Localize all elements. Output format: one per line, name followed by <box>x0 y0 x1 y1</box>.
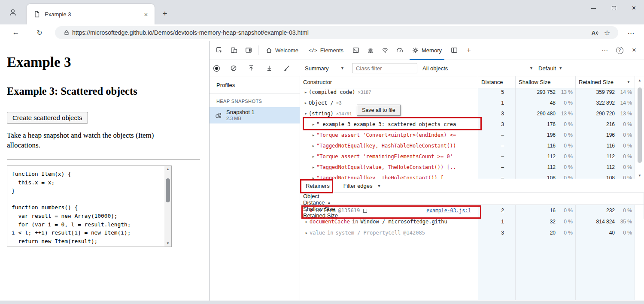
heap-grid-row[interactable]: ▸"TaggedNotEqual(key, TheHoleConstant())… <box>300 172 644 179</box>
reveal-object-icon[interactable] <box>363 209 367 213</box>
expander-icon[interactable]: ▸ <box>310 122 316 126</box>
load-profile-button[interactable] <box>245 62 257 74</box>
window-controls: × <box>583 0 644 16</box>
expander-icon[interactable]: ▸ <box>304 220 310 224</box>
retainers-grid-header: Object Distance▲ Shallow Size Retained S… <box>300 193 644 205</box>
source-link[interactable]: example-03.js:1 <box>426 208 471 214</box>
chevron-down-icon: ▼ <box>529 66 533 70</box>
view-select[interactable]: Default ▼ <box>538 63 574 73</box>
refresh-button[interactable]: ↻ <box>33 26 46 39</box>
constructor-grid-header: Constructor Distance Shallow Size Retain… <box>300 76 644 88</box>
heap-grid-row[interactable]: ▾(string)×14791 3 290 48013 % 290 72013 … <box>300 108 644 119</box>
scrollbar-thumb[interactable] <box>638 87 642 163</box>
tab-welcome[interactable]: Welcome <box>261 41 304 60</box>
code-scrollbar[interactable]: ▲ ▼ <box>164 166 171 247</box>
sound-waves-icon <box>596 30 598 36</box>
window-close-button[interactable]: × <box>624 0 644 16</box>
browser-menu-button[interactable]: ⋯ <box>625 27 637 39</box>
column-header-object[interactable]: Object <box>300 193 644 199</box>
divider <box>7 160 200 160</box>
gauge-icon <box>396 47 403 54</box>
expander-icon[interactable]: ▾ <box>303 111 309 116</box>
maximize-button[interactable] <box>604 0 624 16</box>
tab-close-button[interactable]: × <box>142 10 150 18</box>
column-header-distance[interactable]: Distance <box>478 76 516 88</box>
heap-grid-row[interactable]: ▸"Torque assert 'Convert<uintptr>(endInd… <box>300 129 644 140</box>
inspect-element-button[interactable] <box>212 43 227 57</box>
expander-icon[interactable]: ▾ <box>304 208 310 213</box>
tab-strip: Example 3 × + × <box>0 0 644 24</box>
devtools-more-button[interactable]: ⋯ <box>598 43 612 57</box>
url-field[interactable]: https://microsoftedge.github.io/Demos/de… <box>55 26 618 39</box>
heap-grid-row-highlighted[interactable]: ▸" example 3 example 3: scattered object… <box>300 119 644 129</box>
browser-tab[interactable]: Example 3 × <box>27 4 155 24</box>
scroll-up-icon[interactable]: ▲ <box>636 77 643 83</box>
page-favicon <box>33 11 40 18</box>
heap-snapshot-view: Constructor Distance Shallow Size Retain… <box>300 76 644 300</box>
heap-grid-row[interactable]: ▸"TaggedNotEqual(key, HashTableHoleConst… <box>300 140 644 151</box>
clear-profiles-button[interactable] <box>228 62 240 74</box>
devtools-close-button[interactable]: × <box>627 43 641 57</box>
expander-icon[interactable]: ▸ <box>310 144 316 148</box>
column-header-shallow[interactable]: Shallow Size <box>516 76 576 88</box>
scroll-down-icon[interactable]: ▼ <box>164 240 171 247</box>
expander-icon[interactable]: ▸ <box>303 90 309 94</box>
heap-grid-row[interactable]: ▸(compiled code)×3187 5 293 75213 % 359 … <box>300 88 644 97</box>
expander-icon[interactable]: ▸ <box>310 154 316 159</box>
heap-grid-row[interactable]: ▸"TaggedNotEqual(value, TheHoleConstant(… <box>300 162 644 172</box>
expander-icon[interactable]: ▸ <box>304 231 310 235</box>
expander-icon[interactable]: ▸ <box>303 101 309 105</box>
create-scattered-objects-button[interactable]: Create scattered objects <box>7 112 88 123</box>
scrollbar-thumb[interactable] <box>166 178 170 202</box>
column-header-retained[interactable]: Retained Size▼ <box>576 76 635 88</box>
tab-console-icon[interactable] <box>349 43 363 57</box>
expander-icon[interactable]: ▸ <box>310 133 316 137</box>
browser-window: Example 3 × + × ← ↻ https://microsoftedg… <box>0 0 644 304</box>
grid-scrollbar[interactable]: ▲ ▼ <box>636 77 643 178</box>
memory-toolbar: Summary ▼ All objects ▼ Default ▼ <box>210 60 644 76</box>
expander-icon[interactable]: ▸ <box>310 176 316 179</box>
class-filter-input[interactable] <box>352 63 417 73</box>
dock-icon <box>245 47 252 54</box>
home-icon <box>266 47 272 54</box>
download-arrow-icon <box>266 65 273 72</box>
save-all-to-file-button[interactable]: Save all to file <box>357 105 401 116</box>
minimize-button[interactable] <box>583 0 604 16</box>
new-tab-button[interactable]: + <box>159 8 171 20</box>
heap-grid-row[interactable]: ▸Object /×3 1 480 % 322 89214 % <box>300 97 644 108</box>
snapshot-item[interactable]: Snapshot 1 2.3 MB <box>210 107 300 123</box>
broom-icon <box>283 65 290 72</box>
object-scope-select[interactable]: All objects ▼ <box>422 63 533 73</box>
expander-icon[interactable]: ▸ <box>310 165 316 169</box>
delete-profile-button[interactable] <box>281 62 293 74</box>
profile-avatar[interactable] <box>6 6 20 19</box>
save-profile-button[interactable] <box>263 62 275 74</box>
help-icon: ? <box>616 47 623 54</box>
tab-memory[interactable]: Memory <box>407 41 447 60</box>
retainer-row[interactable]: ▸ value in system / PropertyCell @142085… <box>300 227 644 238</box>
retainer-row-highlighted[interactable]: ▾ x in Item @135619 example-03.js:1 2 16… <box>300 205 644 216</box>
add-panel-button[interactable]: + <box>462 43 476 57</box>
filter-edges-select[interactable]: Filter edges ▼ <box>343 183 381 189</box>
scroll-up-icon[interactable]: ▲ <box>164 166 171 172</box>
dock-side-button[interactable] <box>241 43 256 57</box>
retainer-row[interactable]: ▸ documentCache in Window / microsoftedg… <box>300 216 644 227</box>
tab-debugger-icon[interactable] <box>363 43 378 57</box>
perspective-select[interactable]: Summary ▼ <box>305 63 344 73</box>
tab-elements[interactable]: </> Elements <box>304 41 349 60</box>
tab-network-icon[interactable] <box>378 43 392 57</box>
tab-performance-icon[interactable] <box>392 43 407 57</box>
snapshot-name: Snapshot 1 <box>226 109 255 116</box>
back-button[interactable]: ← <box>9 26 22 39</box>
favorites-star-button[interactable]: ☆ <box>601 27 613 39</box>
read-aloud-button[interactable]: A <box>589 27 601 39</box>
heap-grid-row[interactable]: ▸"Torque assert 'remainingElementsCount … <box>300 151 644 162</box>
scroll-down-icon[interactable]: ▼ <box>636 172 643 178</box>
tab-layout-icon[interactable] <box>447 43 462 57</box>
device-toolbar-icon <box>231 47 237 54</box>
column-header-constructor[interactable]: Constructor <box>300 76 478 88</box>
record-heap-snapshot-button[interactable] <box>210 62 222 74</box>
device-emulation-button[interactable] <box>227 43 241 57</box>
retainers-bar: Retainers Filter edges ▼ <box>300 179 644 193</box>
devtools-help-button[interactable]: ? <box>612 43 627 57</box>
